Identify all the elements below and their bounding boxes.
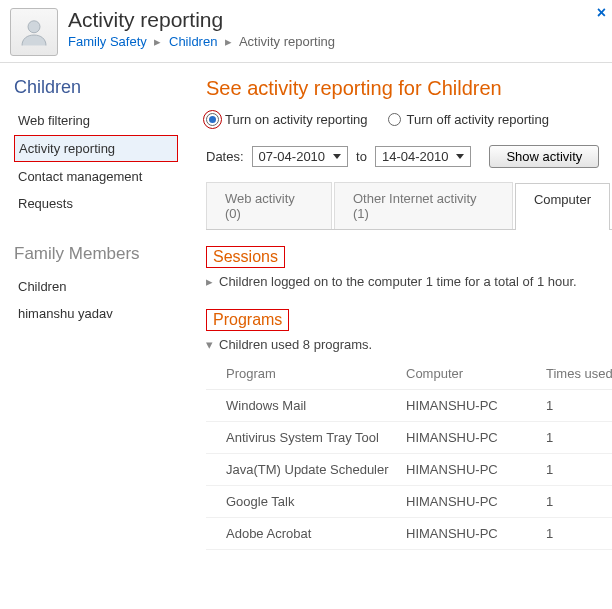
programs-table: Program Computer Times used Windows Mail…	[206, 358, 612, 550]
table-row: Antivirus System Tray Tool HIMANSHU-PC 1	[206, 422, 612, 454]
show-activity-button[interactable]: Show activity	[489, 145, 599, 168]
cell-program: Google Talk	[226, 494, 406, 509]
tab-other-internet[interactable]: Other Internet activity (1)	[334, 182, 513, 229]
cell-computer: HIMANSHU-PC	[406, 494, 546, 509]
sidebar-family-children[interactable]: Children	[14, 274, 178, 299]
radio-on-icon	[206, 113, 219, 126]
cell-times: 1	[546, 494, 612, 509]
date-from-value: 07-04-2010	[259, 149, 326, 164]
cell-program: Windows Mail	[226, 398, 406, 413]
cell-computer: HIMANSHU-PC	[406, 430, 546, 445]
sidebar-family-himanshu[interactable]: himanshu yadav	[14, 301, 178, 326]
breadcrumb-sep: ▸	[154, 34, 161, 49]
sidebar: Children Web filtering Activity reportin…	[0, 63, 178, 550]
sidebar-heading-children: Children	[14, 77, 178, 98]
sidebar-item-requests[interactable]: Requests	[14, 191, 178, 216]
breadcrumb-root[interactable]: Family Safety	[68, 34, 147, 49]
programs-heading: Programs	[206, 309, 289, 331]
table-row: Adobe Acrobat HIMANSHU-PC 1	[206, 518, 612, 550]
breadcrumb-child[interactable]: Children	[169, 34, 217, 49]
expand-icon[interactable]	[206, 274, 213, 289]
cell-times: 1	[546, 462, 612, 477]
date-to-label: to	[356, 149, 367, 164]
radio-turn-off[interactable]: Turn off activity reporting	[388, 112, 549, 127]
date-to-value: 14-04-2010	[382, 149, 449, 164]
radio-on-label: Turn on activity reporting	[225, 112, 368, 127]
cell-program: Antivirus System Tray Tool	[226, 430, 406, 445]
sessions-text: Children logged on to the computer 1 tim…	[219, 274, 577, 289]
sidebar-item-web-filtering[interactable]: Web filtering	[14, 108, 178, 133]
radio-off-icon	[388, 113, 401, 126]
breadcrumb: Family Safety ▸ Children ▸ Activity repo…	[68, 34, 602, 49]
programs-summary: Children used 8 programs.	[219, 337, 372, 352]
sidebar-heading-family: Family Members	[14, 244, 178, 264]
sidebar-item-activity-reporting[interactable]: Activity reporting	[14, 135, 178, 162]
col-times-used: Times used	[546, 366, 612, 381]
chevron-down-icon	[456, 154, 464, 159]
dates-label: Dates:	[206, 149, 244, 164]
breadcrumb-current: Activity reporting	[239, 34, 335, 49]
tab-web-activity[interactable]: Web activity (0)	[206, 182, 332, 229]
date-to-select[interactable]: 14-04-2010	[375, 146, 472, 167]
cell-program: Java(TM) Update Scheduler	[226, 462, 406, 477]
collapse-icon[interactable]	[206, 337, 213, 352]
cell-times: 1	[546, 398, 612, 413]
tab-computer[interactable]: Computer	[515, 183, 610, 230]
sessions-heading: Sessions	[206, 246, 285, 268]
date-from-select[interactable]: 07-04-2010	[252, 146, 349, 167]
radio-turn-on[interactable]: Turn on activity reporting	[206, 112, 368, 127]
table-row: Google Talk HIMANSHU-PC 1	[206, 486, 612, 518]
main-content: See activity reporting for Children Turn…	[178, 63, 612, 550]
cell-computer: HIMANSHU-PC	[406, 526, 546, 541]
cell-program: Adobe Acrobat	[226, 526, 406, 541]
cell-computer: HIMANSHU-PC	[406, 398, 546, 413]
cell-computer: HIMANSHU-PC	[406, 462, 546, 477]
col-program: Program	[226, 366, 406, 381]
col-computer: Computer	[406, 366, 546, 381]
page-title: Activity reporting	[68, 8, 602, 32]
breadcrumb-sep: ▸	[225, 34, 232, 49]
table-row: Java(TM) Update Scheduler HIMANSHU-PC 1	[206, 454, 612, 486]
close-icon[interactable]: ×	[597, 4, 606, 22]
table-row: Windows Mail HIMANSHU-PC 1	[206, 390, 612, 422]
chevron-down-icon	[333, 154, 341, 159]
cell-times: 1	[546, 526, 612, 541]
radio-off-label: Turn off activity reporting	[407, 112, 549, 127]
sidebar-item-contact-management[interactable]: Contact management	[14, 164, 178, 189]
main-title: See activity reporting for Children	[206, 77, 612, 100]
header: Activity reporting Family Safety ▸ Child…	[0, 0, 612, 63]
tabs: Web activity (0) Other Internet activity…	[206, 182, 612, 230]
cell-times: 1	[546, 430, 612, 445]
svg-point-0	[28, 21, 40, 33]
user-avatar-icon	[10, 8, 58, 56]
